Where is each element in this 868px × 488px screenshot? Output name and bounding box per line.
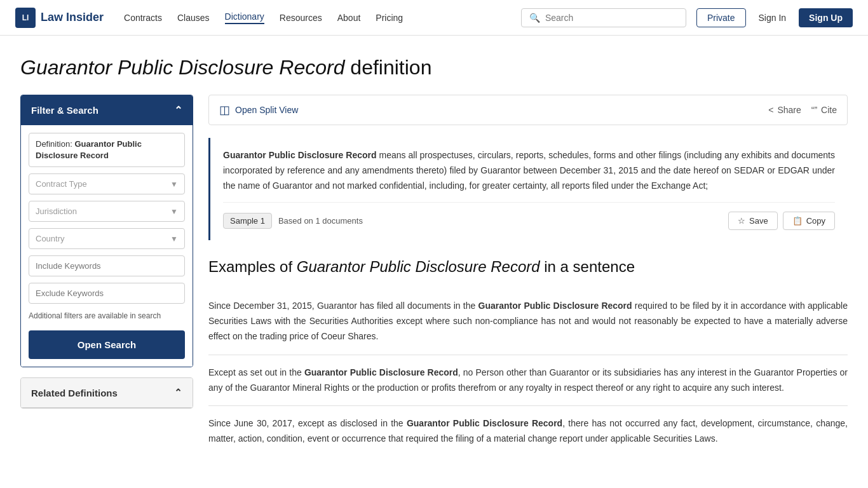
cite-link[interactable]: “” Cite (811, 105, 837, 115)
jurisdiction-select[interactable]: Jurisdiction ▼ (29, 201, 185, 222)
sidebar: Filter & Search ⌃ Definition: Guarantor … (20, 95, 193, 457)
example-block-3: Since June 30, 2017, except as disclosed… (208, 406, 848, 457)
definition-block: Guarantor Public Disclosure Record means… (208, 138, 848, 240)
sample-left: Sample 1 Based on 1 documents (223, 213, 363, 229)
chevron-up-icon: ⌃ (174, 104, 182, 116)
split-view-label: Open Split View (235, 105, 298, 115)
page-title-area: Guarantor Public Disclosure Record defin… (0, 36, 868, 95)
example-3-bold: Guarantor Public Disclosure Record (407, 418, 562, 428)
nav-dictionary[interactable]: Dictionary (225, 11, 264, 24)
sample-1-badge[interactable]: Sample 1 (223, 213, 272, 229)
copy-icon: 📋 (792, 216, 803, 226)
signin-button[interactable]: Sign In (751, 8, 794, 27)
jurisdiction-label: Jurisdiction (36, 207, 77, 216)
logo-icon: LI (15, 8, 36, 28)
share-label: Share (777, 105, 801, 115)
copy-button[interactable]: 📋 Copy (783, 212, 835, 230)
open-search-button[interactable]: Open Search (29, 330, 185, 359)
save-button[interactable]: ☆ Save (728, 212, 778, 230)
example-block-2: Except as set out in the Guarantor Publi… (208, 355, 848, 407)
chevron-down-icon-3: ▼ (170, 234, 178, 243)
share-icon: < (768, 105, 773, 115)
related-definitions-header: Related Definitions ⌃ (21, 378, 193, 408)
star-icon: ☆ (738, 216, 745, 226)
private-button[interactable]: Private (696, 8, 746, 27)
definition-text: Guarantor Public Disclosure Record means… (223, 148, 835, 193)
contract-type-select[interactable]: Contract Type ▼ (29, 173, 185, 194)
chevron-up-icon-related: ⌃ (174, 387, 182, 398)
nav-clauses[interactable]: Clauses (177, 13, 210, 23)
sample-row: Sample 1 Based on 1 documents ☆ Save 📋 C… (223, 202, 835, 230)
example-2-before: Except as set out in the (208, 367, 304, 377)
share-link[interactable]: < Share (768, 105, 801, 115)
examples-heading: Examples of Guarantor Public Disclosure … (208, 258, 848, 276)
logo-text: Law Insider (41, 11, 104, 24)
filter-search-box: Filter & Search ⌃ Definition: Guarantor … (20, 95, 193, 367)
page-title: Guarantor Public Disclosure Record defin… (20, 56, 848, 79)
filter-body: Definition: Guarantor Public Disclosure … (21, 125, 193, 367)
split-view-bar: ◫ Open Split View < Share “” Cite (208, 95, 848, 125)
include-keywords-input[interactable] (29, 255, 185, 276)
nav-search-box: 🔍 (521, 8, 686, 27)
examples-italic: Guarantor Public Disclosure Record (297, 258, 540, 275)
example-1-before: Since December 31, 2015, Guarantor has f… (208, 301, 478, 311)
nav-contracts[interactable]: Contracts (124, 13, 162, 23)
content-area: ◫ Open Split View < Share “” Cite Guaran… (208, 95, 848, 457)
examples-prefix: Examples of (208, 258, 297, 275)
page-title-suffix: definition (344, 56, 431, 79)
open-split-view-button[interactable]: ◫ Open Split View (219, 103, 298, 117)
search-input[interactable] (545, 13, 678, 23)
save-label: Save (749, 216, 768, 226)
example-3-before: Since June 30, 2017, except as disclosed… (208, 418, 407, 428)
nav-pricing[interactable]: Pricing (376, 13, 403, 23)
nav-auth-buttons: Private Sign In Sign Up (696, 8, 853, 27)
cite-label: Cite (821, 105, 837, 115)
nav-resources[interactable]: Resources (280, 13, 322, 23)
definition-field: Definition: Guarantor Public Disclosure … (29, 133, 185, 167)
filter-header-label: Filter & Search (31, 105, 98, 116)
additional-filters-note: Additional filters are available in sear… (29, 310, 185, 322)
example-block-1: Since December 31, 2015, Guarantor has f… (208, 288, 848, 355)
example-1-bold: Guarantor Public Disclosure Record (478, 301, 632, 311)
exclude-keywords-input[interactable] (29, 283, 185, 304)
chevron-down-icon: ▼ (170, 180, 178, 189)
contract-type-label: Contract Type (36, 179, 87, 189)
nav-links: Contracts Clauses Dictionary Resources A… (124, 11, 403, 24)
split-view-actions: < Share “” Cite (768, 105, 837, 115)
copy-label: Copy (806, 216, 825, 226)
page-title-italic: Guarantor Public Disclosure Record (20, 56, 344, 79)
country-label: Country (36, 234, 65, 243)
filter-header: Filter & Search ⌃ (21, 95, 193, 125)
example-2-bold: Guarantor Public Disclosure Record (304, 367, 458, 377)
chevron-down-icon-2: ▼ (170, 207, 178, 216)
based-on-text: Based on 1 documents (278, 216, 363, 226)
split-view-icon: ◫ (219, 103, 230, 117)
related-header-label: Related Definitions (31, 388, 118, 398)
country-select[interactable]: Country ▼ (29, 228, 185, 249)
definition-term-bold: Guarantor Public Disclosure Record (223, 150, 377, 160)
signup-button[interactable]: Sign Up (799, 8, 853, 27)
search-icon: 🔍 (529, 13, 540, 23)
examples-suffix: in a sentence (540, 258, 635, 275)
sample-actions: ☆ Save 📋 Copy (728, 212, 835, 230)
definition-label: Definition: (36, 139, 74, 149)
related-definitions-box: Related Definitions ⌃ (20, 377, 193, 409)
nav-about[interactable]: About (337, 13, 361, 23)
navbar: LI Law Insider Contracts Clauses Diction… (0, 0, 868, 36)
logo[interactable]: LI Law Insider (15, 8, 104, 28)
cite-icon: “” (811, 105, 817, 115)
main-layout: Filter & Search ⌃ Definition: Guarantor … (0, 95, 868, 477)
